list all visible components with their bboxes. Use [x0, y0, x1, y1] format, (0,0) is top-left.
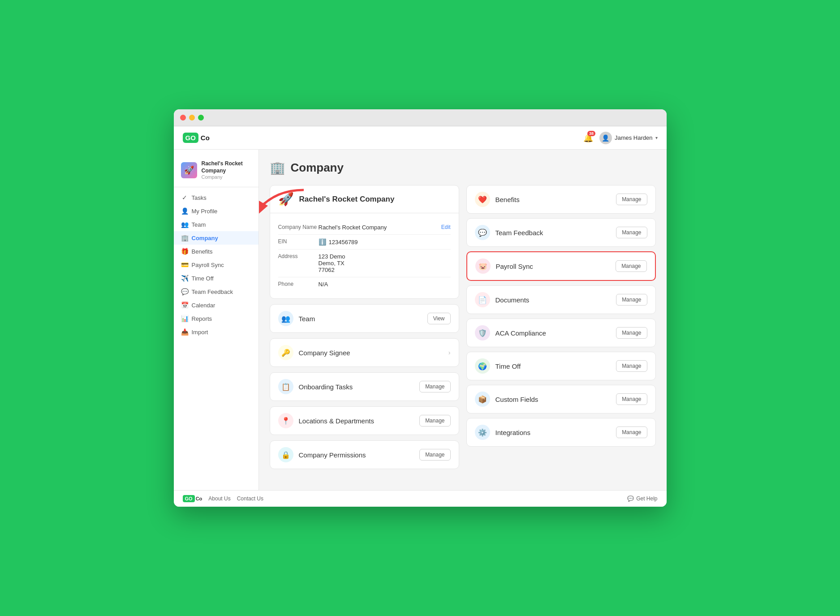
custom-fields-feature-card: 📦 Custom Fields Manage — [466, 385, 656, 414]
team-view-button[interactable]: View — [427, 313, 451, 324]
custom-fields-card-left: 📦 Custom Fields — [475, 392, 538, 407]
sidebar-item-tasks[interactable]: ✓ Tasks — [174, 191, 258, 204]
sidebar-item-company[interactable]: 🏢 Company — [174, 231, 258, 245]
onboarding-card-left: 📋 Onboarding Tasks — [278, 379, 353, 394]
documents-manage-button[interactable]: Manage — [616, 294, 647, 306]
sidebar-item-team-feedback[interactable]: 💬 Team Feedback — [174, 285, 258, 298]
traffic-lights — [180, 115, 204, 121]
permissions-card-name: Company Permissions — [299, 451, 366, 459]
footer-logo-go: GO — [183, 495, 195, 502]
footer-help[interactable]: 💬 Get Help — [627, 495, 657, 502]
company-signee-card[interactable]: 🔑 Company Signee › — [270, 338, 459, 367]
notification-button[interactable]: 🔔 38 — [583, 133, 593, 143]
minimize-button[interactable] — [189, 115, 195, 121]
sidebar-company-name: Rachel's Rocket Company — [202, 160, 251, 174]
benefits-manage-button[interactable]: Manage — [616, 194, 647, 205]
company-card-icon: 🚀 — [278, 192, 294, 207]
team-card[interactable]: 👥 Team View — [270, 304, 459, 333]
company-card-name: Rachel's Rocket Company — [299, 195, 395, 204]
aca-card-left: 🛡️ ACA Compliance — [475, 325, 546, 340]
documents-card-icon: 📄 — [475, 292, 490, 307]
documents-card-left: 📄 Documents — [475, 292, 530, 307]
user-menu[interactable]: 👤 James Harden ▾ — [599, 132, 658, 144]
about-us-link[interactable]: About Us — [208, 495, 230, 502]
phone-label: Phone — [278, 281, 319, 288]
titlebar — [174, 109, 667, 126]
timeoff-manage-button[interactable]: Manage — [616, 360, 647, 372]
company-details: Rachel's Rocket Company Company — [202, 160, 251, 180]
tasks-icon: ✓ — [181, 194, 188, 201]
help-icon: 💬 — [627, 495, 634, 502]
app-header: GO Co 🔔 38 👤 James Harden ▾ — [174, 126, 667, 150]
payroll-manage-button[interactable]: Manage — [616, 260, 646, 272]
reports-icon: 📊 — [181, 315, 188, 322]
calendar-icon: 📅 — [181, 302, 188, 309]
timeoff-card-left: 🌍 Time Off — [475, 358, 521, 374]
benefits-card-icon: ❤️ — [475, 192, 490, 207]
address-line1: 123 Demo — [319, 253, 345, 260]
ein-number: 123456789 — [329, 239, 358, 246]
user-avatar: 👤 — [599, 132, 612, 144]
integrations-card-name: Integrations — [495, 429, 530, 436]
signee-card-icon: 🔑 — [278, 345, 293, 360]
sidebar-item-import[interactable]: 📥 Import — [174, 325, 258, 339]
integrations-feature-card: ⚙️ Integrations Manage — [466, 418, 656, 447]
right-column: ❤️ Benefits Manage 💬 Team Feedback Manag… — [466, 185, 656, 447]
signee-chevron-icon: › — [448, 349, 451, 356]
sidebar-item-calendar[interactable]: 📅 Calendar — [174, 298, 258, 312]
sidebar-item-time-off[interactable]: ✈️ Time Off — [174, 271, 258, 285]
logo[interactable]: GO Co — [183, 133, 210, 143]
benefits-card-left: ❤️ Benefits — [475, 192, 520, 207]
sidebar-item-benefits[interactable]: 🎁 Benefits — [174, 245, 258, 258]
aca-manage-button[interactable]: Manage — [616, 327, 647, 339]
locations-card-icon: 📍 — [278, 413, 293, 428]
team-card-name: Team — [299, 315, 315, 323]
aca-card-name: ACA Compliance — [495, 329, 546, 337]
sidebar-item-my-profile[interactable]: 👤 My Profile — [174, 204, 258, 218]
logo-go-text: GO — [185, 134, 196, 142]
page-title: Company — [291, 161, 344, 175]
integrations-card-left: ⚙️ Integrations — [475, 425, 530, 440]
onboarding-tasks-card[interactable]: 📋 Onboarding Tasks Manage — [270, 372, 459, 401]
onboarding-manage-button[interactable]: Manage — [419, 381, 450, 392]
help-label: Get Help — [636, 495, 657, 502]
company-avatar: 🚀 — [181, 162, 197, 178]
company-icon: 🏢 — [181, 234, 188, 241]
info-icon: ℹ️ — [319, 238, 326, 246]
locations-card-name: Locations & Departments — [299, 417, 374, 425]
integrations-manage-button[interactable]: Manage — [616, 426, 647, 438]
documents-feature-card: 📄 Documents Manage — [466, 285, 656, 314]
sidebar-item-payroll-sync[interactable]: 💳 Payroll Sync — [174, 258, 258, 271]
payroll-card-icon: 🐷 — [475, 258, 491, 274]
header-right: 🔔 38 👤 James Harden ▾ — [583, 132, 658, 144]
close-button[interactable] — [180, 115, 186, 121]
sidebar-item-import-label: Import — [192, 329, 208, 336]
signee-card-left: 🔑 Company Signee — [278, 345, 350, 360]
sidebar-item-payroll-label: Payroll Sync — [192, 262, 224, 268]
sidebar-item-team[interactable]: 👥 Team — [174, 218, 258, 231]
payroll-sync-feature-card: 🐷 Payroll Sync Manage — [466, 251, 656, 281]
aca-compliance-feature-card: 🛡️ ACA Compliance Manage — [466, 319, 656, 347]
edit-company-name-link[interactable]: Edit — [441, 224, 451, 231]
app-body: 🚀 Rachel's Rocket Company Company ✓ Task… — [174, 150, 667, 490]
locations-manage-button[interactable]: Manage — [419, 415, 450, 426]
profile-icon: 👤 — [181, 207, 188, 215]
company-permissions-card[interactable]: 🔒 Company Permissions Manage — [270, 440, 459, 469]
locations-departments-card[interactable]: 📍 Locations & Departments Manage — [270, 406, 459, 435]
address-line3: 77062 — [319, 267, 335, 273]
sidebar-item-timeoff-label: Time Off — [192, 275, 214, 282]
sidebar-item-benefits-label: Benefits — [192, 248, 213, 255]
aca-card-icon: 🛡️ — [475, 325, 490, 340]
feedback-card-name: Team Feedback — [495, 229, 543, 237]
permissions-manage-button[interactable]: Manage — [419, 449, 450, 461]
footer-logo: GO Co — [183, 495, 202, 502]
address-value: 123 Demo Demo, TX 77062 — [319, 253, 451, 273]
custom-fields-manage-button[interactable]: Manage — [616, 393, 647, 405]
benefits-feature-card: ❤️ Benefits Manage — [466, 185, 656, 214]
feedback-manage-button[interactable]: Manage — [616, 227, 647, 238]
maximize-button[interactable] — [198, 115, 204, 121]
contact-us-link[interactable]: Contact Us — [237, 495, 263, 502]
sidebar-item-reports[interactable]: 📊 Reports — [174, 312, 258, 325]
payroll-card-left: 🐷 Payroll Sync — [475, 258, 533, 274]
address-row: Address 123 Demo Demo, TX 77062 — [278, 250, 451, 277]
